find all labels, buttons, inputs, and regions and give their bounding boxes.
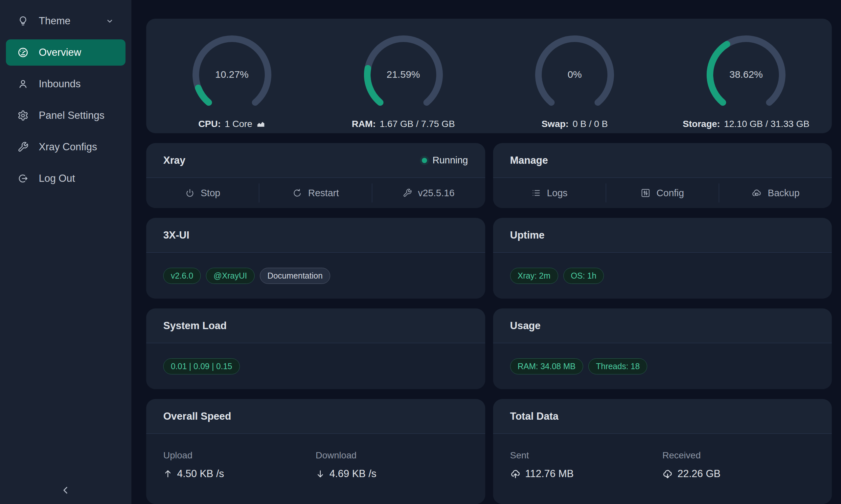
uptime-card-title: Uptime [510,229,545,241]
manage-card-title: Manage [510,155,548,166]
sidebar-item-inbounds[interactable]: Inbounds [6,71,125,97]
load-average-badge: 0.01 | 0.09 | 0.15 [163,358,240,374]
cpu-percent: 10.27% [192,69,271,80]
system-gauges-card: 10.27% CPU: 1 Core 21.59% RAM: 1.67 GB [146,19,832,133]
manage-actions: Logs Config Backup [493,178,832,208]
download-stat: Download 4.69 KB /s [316,450,468,504]
overall-speed-card-header: Overall Speed [146,399,485,434]
ram-gauge-arc: 21.59% [364,35,443,107]
threads-badge: Threads: 18 [588,358,647,374]
gear-icon [17,110,29,121]
backup-button[interactable]: Backup [719,178,832,208]
storage-label: Storage: 12.10 GB / 31.33 GB [683,119,809,129]
swap-percent: 0% [535,69,614,80]
usage-card: Usage RAM: 34.08 MB Threads: 18 [493,308,832,389]
total-data-card-title: Total Data [510,411,559,422]
ram-gauge: 21.59% RAM: 1.67 GB / 7.75 GB [318,35,489,129]
chevron-left-icon [61,485,71,496]
sidebar-item-label: Panel Settings [39,110,104,121]
sidebar-item-overview[interactable]: Overview [6,39,125,66]
xray-card-header: Xray Running [146,143,485,178]
sent-label: Sent [510,450,663,461]
lightbulb-icon [17,15,29,27]
sidebar-item-log-out[interactable]: Log Out [6,165,125,192]
user-icon [17,78,29,90]
sent-stat: Sent 112.76 MB [510,450,663,504]
usage-card-title: Usage [510,320,541,332]
xui-card: 3X-UI v2.6.0 @XrayUI Documentation [146,218,485,299]
row-xui-uptime: 3X-UI v2.6.0 @XrayUI Documentation Uptim… [146,218,832,299]
sidebar-item-label: Log Out [39,173,75,184]
sidebar-item-theme[interactable]: Theme [6,8,125,34]
download-value: 4.69 KB /s [329,468,377,480]
xray-status-text: Running [432,155,468,166]
sidebar-item-panel-settings[interactable]: Panel Settings [6,102,125,129]
xrayui-badge[interactable]: @XrayUI [206,268,255,284]
main-content: 10.27% CPU: 1 Core 21.59% RAM: 1.67 GB [132,0,841,504]
xui-card-title: 3X-UI [163,229,189,241]
arrow-up-icon [163,469,172,479]
restart-icon [292,188,302,198]
sliders-icon [640,188,650,198]
storage-percent: 38.62% [707,69,786,80]
sidebar: Theme Overview Inbounds Panel Settings X… [0,0,132,504]
row-load-usage: System Load 0.01 | 0.09 | 0.15 Usage RAM… [146,308,832,389]
system-load-card-header: System Load [146,308,485,343]
xray-card: Xray Running Stop Res [146,143,485,208]
uptime-card-header: Uptime [493,218,832,253]
cpu-gauge-arc: 10.27% [192,35,271,107]
cpu-chart-icon[interactable] [256,120,265,129]
xray-status: Running [422,155,468,166]
sidebar-item-label: Theme [39,15,70,27]
sent-value: 112.76 MB [525,468,574,480]
usage-badges: RAM: 34.08 MB Threads: 18 [493,343,832,389]
cpu-label: CPU: 1 Core [199,119,266,129]
system-load-card: System Load 0.01 | 0.09 | 0.15 [146,308,485,389]
ram-usage-badge: RAM: 34.08 MB [510,358,583,374]
cloud-download-icon [662,469,673,479]
received-stat: Received 22.26 GB [662,450,815,504]
sidebar-item-label: Xray Configs [39,141,97,153]
xui-badges: v2.6.0 @XrayUI Documentation [146,253,485,299]
system-load-badges: 0.01 | 0.09 | 0.15 [146,343,485,389]
received-value: 22.26 GB [677,468,720,480]
sidebar-item-label: Overview [39,47,81,58]
logs-button[interactable]: Logs [493,178,606,208]
total-data-card-header: Total Data [493,399,832,434]
upload-label: Upload [163,450,316,461]
total-data-card: Total Data Sent 112.76 MB Received [493,399,832,504]
stop-button[interactable]: Stop [146,178,259,208]
storage-gauge: 38.62% Storage: 12.10 GB / 31.33 GB [660,35,832,129]
storage-gauge-arc: 38.62% [707,35,786,107]
power-icon [185,188,195,198]
row-speed-data: Overall Speed Upload 4.50 KB /s Download [146,399,832,504]
documentation-badge[interactable]: Documentation [260,268,330,284]
cloud-upload-icon [510,469,521,479]
download-label: Download [316,450,468,461]
sidebar-item-label: Inbounds [39,78,81,90]
received-label: Received [662,450,815,461]
wrench-icon [403,188,412,198]
overall-speed-card: Overall Speed Upload 4.50 KB /s Download [146,399,485,504]
row-xray-manage: Xray Running Stop Res [146,143,832,208]
upload-stat: Upload 4.50 KB /s [163,450,316,504]
ram-percent: 21.59% [364,69,443,80]
config-button[interactable]: Config [606,178,719,208]
version-badge[interactable]: v2.6.0 [163,268,201,284]
swap-gauge: 0% Swap: 0 B / 0 B [489,35,660,129]
sidebar-collapse-button[interactable] [61,485,71,496]
restart-button[interactable]: Restart [259,178,372,208]
logout-icon [17,173,29,184]
xui-card-header: 3X-UI [146,218,485,253]
manage-card-header: Manage [493,143,832,178]
xray-uptime-badge: Xray: 2m [510,268,558,284]
swap-label: Swap: 0 B / 0 B [542,119,608,129]
ram-label: RAM: 1.67 GB / 7.75 GB [352,119,455,129]
uptime-card: Uptime Xray: 2m OS: 1h [493,218,832,299]
sidebar-item-xray-configs[interactable]: Xray Configs [6,134,125,160]
xray-version-button[interactable]: v25.5.16 [372,178,485,208]
wrench-icon [17,141,29,153]
cloud-server-icon [751,188,762,198]
xray-actions: Stop Restart v25.5.16 [146,178,485,208]
gauge-icon [17,47,29,58]
